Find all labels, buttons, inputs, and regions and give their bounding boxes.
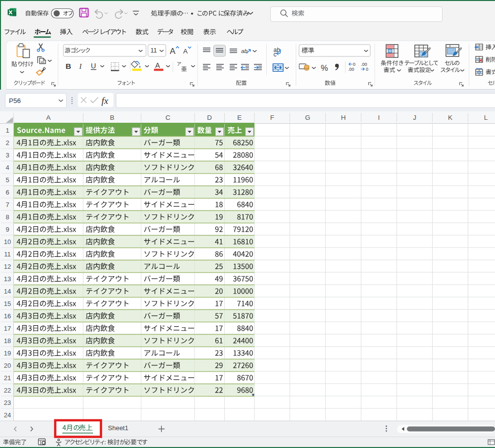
svg-text:18: 18 [4,337,11,345]
svg-text:A: A [183,48,188,55]
svg-text:U: U [91,62,96,70]
svg-text:B: B [110,114,114,121]
svg-text:3: 3 [5,151,9,159]
svg-text:7: 7 [5,201,9,208]
svg-text:C: C [165,114,170,121]
svg-text:6: 6 [5,189,9,196]
svg-text:B: B [66,62,71,70]
svg-text:D: D [207,114,212,121]
svg-text:2: 2 [5,139,9,147]
svg-text:23: 23 [4,399,11,406]
svg-text:14: 14 [4,288,11,295]
svg-text:I: I [79,62,82,70]
svg-text:20: 20 [4,362,11,369]
svg-text:0: 0 [366,67,368,72]
svg-text:A: A [170,47,176,56]
svg-text:5: 5 [5,176,9,184]
svg-text:c: c [274,51,277,58]
svg-text:11: 11 [150,47,157,54]
svg-text:A: A [155,61,160,69]
svg-text:12: 12 [4,263,11,270]
svg-text:K: K [448,114,452,121]
svg-text:0: 0 [353,62,355,67]
svg-text:G: G [305,114,310,121]
svg-text:P56: P56 [9,97,21,104]
svg-text:17: 17 [4,325,11,332]
svg-text:%: % [321,63,328,72]
svg-text:fx: fx [101,96,108,106]
svg-text:.00: .00 [361,62,367,67]
svg-text:15: 15 [4,300,11,307]
svg-text:F: F [270,114,274,121]
svg-text:16: 16 [4,312,11,320]
svg-text:.00: .00 [348,67,354,72]
svg-text:13: 13 [4,275,11,283]
svg-text:21: 21 [4,374,11,382]
svg-text:I: I [378,114,380,121]
svg-text:4: 4 [5,164,9,171]
svg-text:24: 24 [4,411,11,419]
svg-text:9: 9 [5,226,9,233]
svg-text:J: J [413,114,416,121]
svg-text:11: 11 [4,250,11,258]
svg-text:ab: ab [241,48,248,54]
svg-text:Sheet1: Sheet1 [108,424,128,432]
svg-text:10: 10 [4,238,11,246]
svg-text:1: 1 [5,127,9,134]
svg-text:22: 22 [4,387,11,394]
svg-text:E: E [237,114,242,121]
svg-text:A: A [46,114,50,121]
svg-text:L: L [484,114,488,121]
svg-text:19: 19 [4,349,11,357]
svg-text:8: 8 [5,213,9,221]
svg-text:H: H [341,114,346,121]
